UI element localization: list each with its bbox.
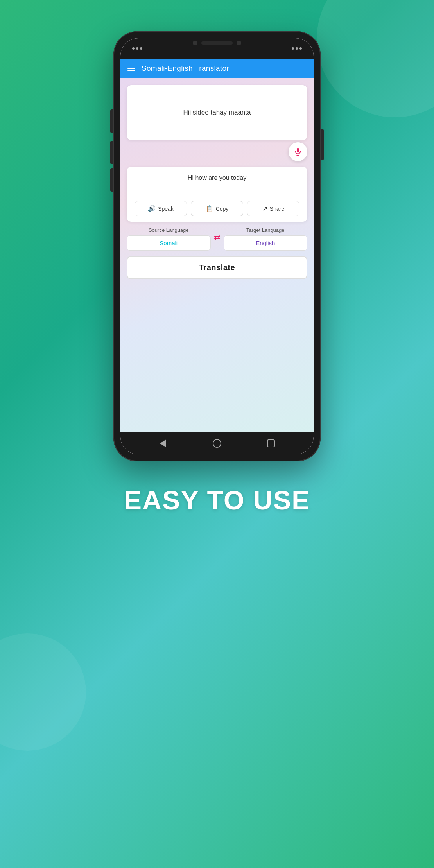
share-button[interactable]: ↗ Share (247, 201, 299, 216)
input-text: Hii sidee tahay maanta (183, 108, 251, 118)
recents-button[interactable] (265, 438, 277, 449)
camera-dot-right (237, 41, 241, 45)
language-selector: Source Language Somali ⇄ Target Language… (127, 227, 307, 251)
output-text: Hi how are you today (135, 174, 299, 194)
notch (193, 38, 241, 45)
speak-label: Speak (158, 206, 174, 212)
status-bar (120, 38, 314, 59)
copy-icon: 📋 (206, 205, 213, 212)
source-language-group: Source Language Somali (127, 227, 211, 251)
recents-icon (267, 439, 275, 447)
speak-icon: 🔊 (148, 205, 156, 212)
app-container: Somali-English Translator Hii sidee taha… (120, 59, 314, 454)
app-title: Somali-English Translator (142, 64, 229, 73)
input-card[interactable]: Hii sidee tahay maanta (127, 85, 307, 140)
share-icon: ↗ (262, 205, 267, 212)
menu-button[interactable] (127, 66, 135, 71)
output-card: Hi how are you today 🔊 Speak 📋 Copy (127, 167, 307, 222)
source-language-selector[interactable]: Somali (127, 235, 211, 251)
target-language-label: Target Language (246, 227, 285, 233)
bottom-tagline-wrapper: EASY TO USE (124, 485, 310, 515)
target-language-selector[interactable]: English (224, 235, 308, 251)
home-button[interactable] (211, 438, 223, 449)
mic-wrapper (127, 142, 307, 161)
phone-device: Somali-English Translator Hii sidee taha… (113, 31, 321, 461)
source-language-label: Source Language (149, 227, 189, 233)
swap-icon: ⇄ (214, 232, 221, 242)
target-language-group: Target Language English (224, 227, 308, 251)
camera-dot (193, 41, 197, 45)
status-dots-right (292, 47, 302, 50)
app-topbar: Somali-English Translator (120, 59, 314, 78)
svg-rect-0 (297, 148, 299, 152)
action-buttons: 🔊 Speak 📋 Copy ↗ Share (135, 201, 299, 216)
mic-icon (294, 147, 302, 156)
status-dots (132, 47, 142, 50)
translate-button[interactable]: Translate (127, 256, 307, 279)
copy-label: Copy (216, 206, 229, 212)
speaker (201, 41, 233, 45)
copy-button[interactable]: 📋 Copy (191, 201, 243, 216)
main-content: Hii sidee tahay maanta (120, 78, 314, 432)
tagline: EASY TO USE (124, 485, 310, 515)
back-icon (160, 439, 166, 447)
share-label: Share (270, 206, 284, 212)
back-button[interactable] (157, 438, 169, 449)
home-icon (213, 439, 221, 448)
swap-languages-button[interactable]: ⇄ (214, 232, 221, 246)
mic-button[interactable] (289, 142, 307, 161)
nav-bar (120, 432, 314, 454)
speak-button[interactable]: 🔊 Speak (135, 201, 187, 216)
